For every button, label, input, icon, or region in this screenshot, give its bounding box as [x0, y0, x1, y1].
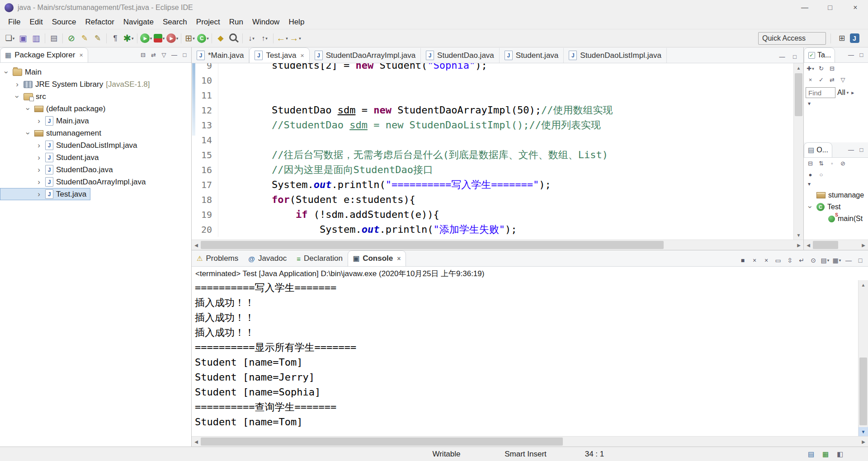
- sort-icon[interactable]: ⇅: [816, 158, 826, 169]
- window-maximize-button[interactable]: □: [817, 0, 843, 15]
- tree-item-studentdao-java[interactable]: ›StudentDao.java: [0, 164, 117, 176]
- chevron-down-icon[interactable]: ▾: [805, 100, 811, 107]
- prev-annotation-icon[interactable]: ↑▾: [258, 32, 271, 45]
- menu-window[interactable]: Window: [248, 16, 284, 28]
- link-editor-icon[interactable]: ⇄: [148, 50, 159, 60]
- new-task-icon[interactable]: ✚▾: [805, 63, 816, 74]
- line-number[interactable]: 11: [196, 88, 218, 103]
- tree-item-studentdaoarrayimpl-java[interactable]: ›StudentDaoArrayImpl.java: [0, 176, 150, 188]
- editor-tab-studentdao-java[interactable]: StudentDao.java: [421, 48, 500, 63]
- minimize-icon[interactable]: —: [843, 254, 854, 266]
- editor-tab-student-java[interactable]: Student.java: [500, 48, 564, 63]
- expand-arrow-icon[interactable]: ›: [35, 118, 42, 125]
- open-perspective-icon[interactable]: ⊞: [835, 32, 848, 45]
- maximize-icon[interactable]: □: [856, 145, 867, 155]
- format-icon[interactable]: ✎: [91, 32, 104, 45]
- scroll-left-icon[interactable]: ◀: [192, 439, 201, 444]
- display-selected-console-icon[interactable]: ▤▾: [819, 254, 831, 266]
- show-problems-view-icon[interactable]: ▦: [819, 448, 832, 461]
- coverage-icon[interactable]: ▾: [153, 32, 165, 45]
- minimize-icon[interactable]: —: [846, 50, 856, 60]
- console-output[interactable]: ==========写入学生=======插入成功！！插入成功！！插入成功！！=…: [192, 280, 858, 436]
- expand-arrow-icon[interactable]: ›: [35, 142, 42, 149]
- code-editor[interactable]: 9 students[2] = new Student("Sophia");10…: [192, 63, 803, 240]
- save-icon[interactable]: ▣: [17, 32, 29, 45]
- collapse-all-icon[interactable]: ⊟: [805, 158, 816, 169]
- menu-project[interactable]: Project: [192, 16, 225, 28]
- profile-icon[interactable]: ▶▾: [166, 32, 179, 45]
- expand-arrow-icon[interactable]: ›: [35, 154, 42, 161]
- minimize-icon[interactable]: —: [169, 50, 179, 60]
- outline-horizontal-scrollbar[interactable]: ◀ ▶: [804, 240, 868, 250]
- package-explorer-tab[interactable]: Package Explorer ×: [0, 47, 88, 62]
- scrollbar-thumb[interactable]: [795, 73, 802, 116]
- window-minimize-button[interactable]: —: [792, 0, 817, 15]
- maximize-icon[interactable]: □: [854, 254, 866, 266]
- mark-occurrences-icon[interactable]: ✎: [78, 32, 91, 45]
- tree-item-test-java[interactable]: ›Test.java: [0, 188, 90, 200]
- console-tab-problems[interactable]: ⚠Problems: [192, 251, 243, 266]
- delete-task-icon[interactable]: ×: [805, 75, 816, 85]
- hide-fields-icon[interactable]: ◦: [827, 158, 837, 169]
- menu-refactor[interactable]: Refactor: [81, 16, 119, 28]
- tree-item-main[interactable]: ›Main: [0, 66, 46, 78]
- task-find-input[interactable]: [806, 87, 835, 98]
- tree-item-studendaolistimpl-java[interactable]: ›StudenDaoListImpl.java: [0, 139, 142, 151]
- next-annotation-icon[interactable]: ↓▾: [245, 32, 258, 45]
- collapse-arrow-icon[interactable]: ›: [14, 93, 21, 100]
- editor-tab-studentdaoarrayimpl-java[interactable]: StudentDaoArrayImpl.java: [310, 48, 421, 63]
- scrollbar-thumb[interactable]: [813, 241, 838, 249]
- expand-arrow-icon[interactable]: ›: [35, 166, 42, 174]
- scroll-left-icon[interactable]: ◀: [804, 243, 813, 248]
- hide-local-types-icon[interactable]: ○: [816, 169, 826, 180]
- collapse-all-icon[interactable]: ⊟: [138, 50, 148, 60]
- show-console-view-icon[interactable]: ▤: [805, 448, 817, 461]
- scrollbar-thumb[interactable]: [859, 358, 867, 425]
- editor-tab-main-java[interactable]: *Main.java: [192, 48, 249, 63]
- menu-navigate[interactable]: Navigate: [119, 16, 158, 28]
- open-console-icon[interactable]: ▦▾: [831, 254, 843, 266]
- line-number[interactable]: 9: [196, 63, 218, 73]
- line-number[interactable]: 19: [196, 207, 218, 222]
- menu-search[interactable]: Search: [158, 16, 192, 28]
- outline-item-main-st[interactable]: main(St: [804, 213, 867, 225]
- menu-help[interactable]: Help: [284, 16, 309, 28]
- new-java-project-icon[interactable]: ⊞▾: [184, 32, 196, 45]
- line-number[interactable]: 12: [196, 103, 218, 118]
- skip-breakpoints-icon[interactable]: ⊘: [65, 32, 78, 45]
- view-menu-icon[interactable]: ▽: [159, 50, 169, 60]
- show-whitespace-icon[interactable]: ¶: [109, 32, 122, 45]
- minimize-icon[interactable]: —: [846, 145, 856, 155]
- editor-horizontal-scrollbar[interactable]: ◀ ▶: [192, 240, 803, 250]
- terminate-icon[interactable]: ■: [737, 254, 749, 266]
- scroll-right-icon[interactable]: ▶: [859, 243, 868, 248]
- scroll-up-icon[interactable]: ▲: [794, 63, 803, 72]
- tree-item-jre-system-library[interactable]: ›JRE System Library[JavaSE-1.8]: [0, 78, 154, 90]
- scrollbar-thumb[interactable]: [201, 437, 563, 446]
- window-close-button[interactable]: ×: [843, 0, 868, 15]
- run-icon[interactable]: ▶▾: [140, 32, 152, 45]
- collapse-arrow-icon[interactable]: ›: [24, 105, 32, 113]
- java-perspective-icon[interactable]: J: [848, 32, 861, 45]
- maximize-icon[interactable]: □: [856, 50, 867, 60]
- console-horizontal-scrollbar[interactable]: ◀ ▶: [192, 436, 868, 447]
- scroll-right-icon[interactable]: ▶: [859, 439, 868, 444]
- expand-arrow-icon[interactable]: ›: [14, 81, 21, 88]
- back-icon[interactable]: ←▾: [276, 32, 288, 45]
- expand-arrow-icon[interactable]: ›: [35, 179, 42, 186]
- scroll-right-icon[interactable]: ▶: [794, 243, 803, 248]
- maximize-icon[interactable]: □: [788, 50, 801, 63]
- line-number[interactable]: 15: [196, 147, 218, 162]
- scrollbar-track[interactable]: [201, 240, 794, 250]
- menu-file[interactable]: File: [4, 16, 25, 28]
- scroll-down-icon[interactable]: ▼: [794, 230, 803, 240]
- console-tab-declaration[interactable]: ≡Declaration: [292, 251, 348, 266]
- close-view-icon[interactable]: ×: [79, 52, 83, 59]
- annotation-ruler[interactable]: [192, 63, 196, 240]
- remove-all-launches-icon[interactable]: ×: [760, 254, 772, 266]
- scroll-down-icon[interactable]: ▼: [859, 427, 868, 436]
- menu-run[interactable]: Run: [225, 16, 248, 28]
- editor-tab-test-java[interactable]: Test.java×: [249, 47, 309, 63]
- hide-non-public-icon[interactable]: ●: [805, 169, 816, 180]
- editor-vertical-scrollbar[interactable]: ▲ ▼: [793, 63, 803, 240]
